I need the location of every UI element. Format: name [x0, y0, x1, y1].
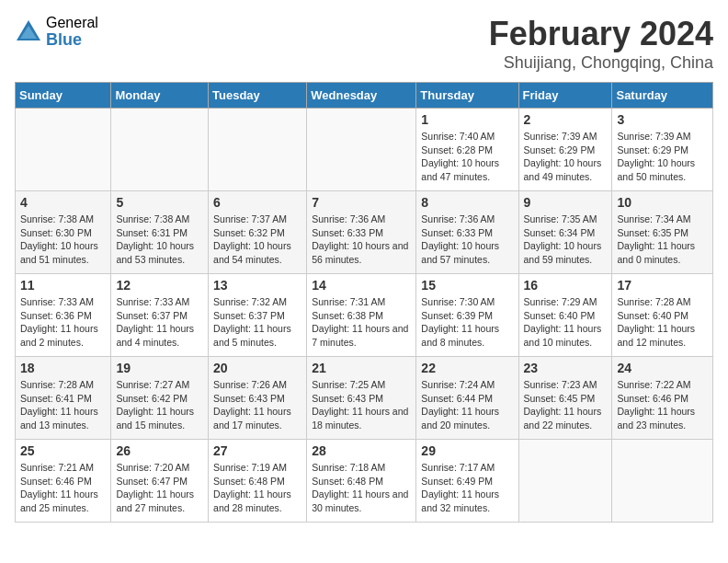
logo-text: General Blue: [46, 15, 98, 49]
calendar-cell: [16, 109, 111, 191]
day-info: Sunrise: 7:17 AMSunset: 6:49 PMDaylight:…: [421, 461, 513, 515]
day-number: 21: [312, 361, 411, 375]
day-number: 22: [421, 361, 513, 375]
calendar-cell: 8Sunrise: 7:36 AMSunset: 6:33 PMDaylight…: [416, 191, 518, 274]
calendar-cell: [612, 440, 713, 523]
day-number: 16: [524, 278, 608, 293]
page-header: General Blue February 2024 Shuijiang, Ch…: [15, 15, 713, 73]
day-number: 3: [617, 112, 708, 127]
day-info: Sunrise: 7:18 AMSunset: 6:48 PMDaylight:…: [312, 461, 411, 515]
day-info: Sunrise: 7:40 AMSunset: 6:28 PMDaylight:…: [421, 130, 513, 184]
weekday-header: Thursday: [416, 83, 518, 109]
day-info: Sunrise: 7:35 AMSunset: 6:34 PMDaylight:…: [524, 213, 608, 267]
main-title: February 2024: [489, 15, 713, 53]
day-info: Sunrise: 7:38 AMSunset: 6:30 PMDaylight:…: [20, 213, 106, 267]
day-info: Sunrise: 7:33 AMSunset: 6:36 PMDaylight:…: [20, 295, 106, 350]
calendar-cell: 20Sunrise: 7:26 AMSunset: 6:43 PMDayligh…: [209, 357, 307, 440]
calendar-cell: 18Sunrise: 7:28 AMSunset: 6:41 PMDayligh…: [16, 357, 111, 440]
day-number: 12: [116, 278, 203, 293]
day-number: 25: [20, 443, 106, 458]
day-info: Sunrise: 7:39 AMSunset: 6:29 PMDaylight:…: [617, 130, 708, 184]
day-info: Sunrise: 7:29 AMSunset: 6:40 PMDaylight:…: [524, 295, 608, 350]
calendar-cell: 11Sunrise: 7:33 AMSunset: 6:36 PMDayligh…: [16, 274, 111, 357]
day-info: Sunrise: 7:32 AMSunset: 6:37 PMDaylight:…: [213, 295, 301, 350]
day-info: Sunrise: 7:34 AMSunset: 6:35 PMDaylight:…: [617, 213, 708, 267]
day-number: 5: [116, 195, 203, 210]
calendar-cell: 3Sunrise: 7:39 AMSunset: 6:29 PMDaylight…: [612, 109, 713, 191]
day-info: Sunrise: 7:24 AMSunset: 6:44 PMDaylight:…: [421, 378, 513, 432]
day-number: 4: [20, 195, 106, 210]
logo: General Blue: [15, 15, 98, 49]
calendar-week-row: 18Sunrise: 7:28 AMSunset: 6:41 PMDayligh…: [16, 357, 713, 440]
day-info: Sunrise: 7:21 AMSunset: 6:46 PMDaylight:…: [20, 461, 106, 515]
calendar-cell: 12Sunrise: 7:33 AMSunset: 6:37 PMDayligh…: [111, 274, 209, 357]
logo-icon: [15, 18, 42, 46]
calendar-cell: 10Sunrise: 7:34 AMSunset: 6:35 PMDayligh…: [612, 191, 713, 274]
day-number: 18: [20, 361, 106, 375]
day-number: 26: [116, 443, 203, 458]
day-number: 24: [617, 361, 708, 375]
day-info: Sunrise: 7:28 AMSunset: 6:40 PMDaylight:…: [617, 295, 708, 350]
day-info: Sunrise: 7:27 AMSunset: 6:42 PMDaylight:…: [116, 378, 203, 432]
calendar-cell: 21Sunrise: 7:25 AMSunset: 6:43 PMDayligh…: [307, 357, 416, 440]
calendar-cell: 28Sunrise: 7:18 AMSunset: 6:48 PMDayligh…: [307, 440, 416, 523]
day-info: Sunrise: 7:20 AMSunset: 6:47 PMDaylight:…: [116, 461, 203, 515]
day-info: Sunrise: 7:25 AMSunset: 6:43 PMDaylight:…: [312, 378, 411, 432]
day-info: Sunrise: 7:37 AMSunset: 6:32 PMDaylight:…: [213, 213, 301, 267]
calendar-cell: 5Sunrise: 7:38 AMSunset: 6:31 PMDaylight…: [111, 191, 209, 274]
day-number: 20: [213, 361, 301, 375]
weekday-header: Friday: [518, 83, 612, 109]
calendar-week-row: 11Sunrise: 7:33 AMSunset: 6:36 PMDayligh…: [16, 274, 713, 357]
day-info: Sunrise: 7:38 AMSunset: 6:31 PMDaylight:…: [116, 213, 203, 267]
logo-blue: Blue: [46, 31, 98, 50]
day-number: 13: [213, 278, 301, 293]
weekday-header: Tuesday: [209, 83, 307, 109]
title-block: February 2024 Shuijiang, Chongqing, Chin…: [489, 15, 713, 73]
calendar-cell: 23Sunrise: 7:23 AMSunset: 6:45 PMDayligh…: [518, 357, 612, 440]
calendar-week-row: 25Sunrise: 7:21 AMSunset: 6:46 PMDayligh…: [16, 440, 713, 523]
calendar-cell: 13Sunrise: 7:32 AMSunset: 6:37 PMDayligh…: [209, 274, 307, 357]
day-number: 7: [312, 195, 411, 210]
day-number: 11: [20, 278, 106, 293]
day-info: Sunrise: 7:28 AMSunset: 6:41 PMDaylight:…: [20, 378, 106, 432]
calendar-cell: 17Sunrise: 7:28 AMSunset: 6:40 PMDayligh…: [612, 274, 713, 357]
day-info: Sunrise: 7:23 AMSunset: 6:45 PMDaylight:…: [524, 378, 608, 432]
calendar-week-row: 1Sunrise: 7:40 AMSunset: 6:28 PMDaylight…: [16, 109, 713, 191]
weekday-header: Sunday: [16, 83, 111, 109]
day-number: 17: [617, 278, 708, 293]
weekday-header: Wednesday: [307, 83, 416, 109]
day-number: 6: [213, 195, 301, 210]
day-info: Sunrise: 7:36 AMSunset: 6:33 PMDaylight:…: [421, 213, 513, 267]
calendar-cell: 25Sunrise: 7:21 AMSunset: 6:46 PMDayligh…: [16, 440, 111, 523]
day-number: 2: [524, 112, 608, 127]
calendar-cell: 7Sunrise: 7:36 AMSunset: 6:33 PMDaylight…: [307, 191, 416, 274]
day-info: Sunrise: 7:31 AMSunset: 6:38 PMDaylight:…: [312, 295, 411, 350]
calendar-cell: 29Sunrise: 7:17 AMSunset: 6:49 PMDayligh…: [416, 440, 518, 523]
calendar-cell: 1Sunrise: 7:40 AMSunset: 6:28 PMDaylight…: [416, 109, 518, 191]
calendar-cell: 15Sunrise: 7:30 AMSunset: 6:39 PMDayligh…: [416, 274, 518, 357]
calendar-cell: 27Sunrise: 7:19 AMSunset: 6:48 PMDayligh…: [209, 440, 307, 523]
calendar-cell: 26Sunrise: 7:20 AMSunset: 6:47 PMDayligh…: [111, 440, 209, 523]
day-info: Sunrise: 7:19 AMSunset: 6:48 PMDaylight:…: [213, 461, 301, 515]
day-info: Sunrise: 7:39 AMSunset: 6:29 PMDaylight:…: [524, 130, 608, 184]
day-number: 23: [524, 361, 608, 375]
calendar-cell: 6Sunrise: 7:37 AMSunset: 6:32 PMDaylight…: [209, 191, 307, 274]
day-info: Sunrise: 7:26 AMSunset: 6:43 PMDaylight:…: [213, 378, 301, 432]
day-number: 15: [421, 278, 513, 293]
calendar-cell: [307, 109, 416, 191]
weekday-header: Monday: [111, 83, 209, 109]
calendar-cell: 16Sunrise: 7:29 AMSunset: 6:40 PMDayligh…: [518, 274, 612, 357]
day-number: 27: [213, 443, 301, 458]
day-number: 9: [524, 195, 608, 210]
day-info: Sunrise: 7:22 AMSunset: 6:46 PMDaylight:…: [617, 378, 708, 432]
weekday-header: Saturday: [612, 83, 713, 109]
day-number: 1: [421, 112, 513, 127]
day-number: 10: [617, 195, 708, 210]
calendar-cell: 14Sunrise: 7:31 AMSunset: 6:38 PMDayligh…: [307, 274, 416, 357]
day-info: Sunrise: 7:36 AMSunset: 6:33 PMDaylight:…: [312, 213, 411, 267]
day-number: 29: [421, 443, 513, 458]
calendar-cell: [209, 109, 307, 191]
calendar-cell: 2Sunrise: 7:39 AMSunset: 6:29 PMDaylight…: [518, 109, 612, 191]
calendar-week-row: 4Sunrise: 7:38 AMSunset: 6:30 PMDaylight…: [16, 191, 713, 274]
day-number: 19: [116, 361, 203, 375]
